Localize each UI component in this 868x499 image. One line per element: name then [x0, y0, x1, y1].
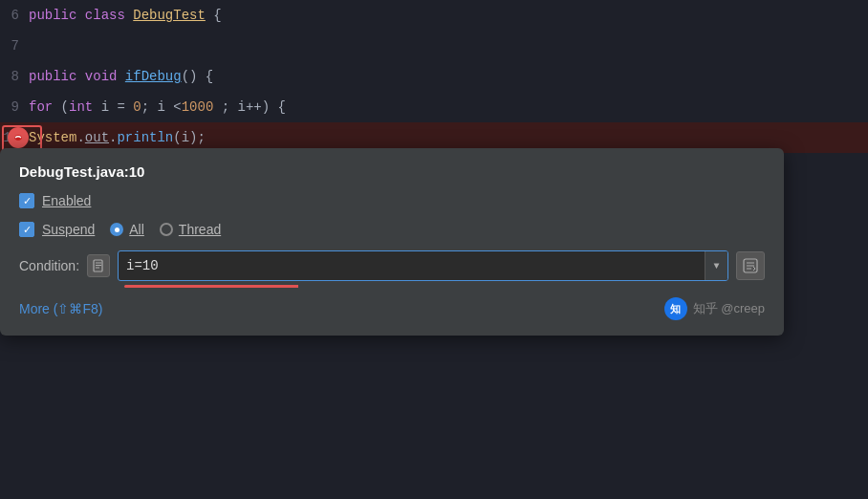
enabled-row: ✓ Enabled [19, 193, 765, 208]
radio-thread-label[interactable]: Thread [160, 222, 221, 237]
condition-row: Condition: ▼ [19, 250, 765, 281]
suspend-checkmark-icon: ✓ [23, 225, 32, 235]
radio-thread-button[interactable] [160, 223, 173, 236]
condition-error-underline [124, 285, 373, 288]
radio-all-text: All [129, 222, 144, 237]
radio-group: All Thread [110, 222, 221, 237]
suspend-label: Suspend [42, 222, 95, 237]
popup-footer: More (⇧⌘F8) 知 知乎 @creep [19, 297, 765, 320]
suspend-checkbox-label[interactable]: ✓ Suspend [19, 222, 95, 237]
watermark-text: 知乎 @creep [693, 300, 765, 317]
enabled-checkbox[interactable]: ✓ [19, 193, 34, 208]
code-line-6: 6 public class DebugTest { [0, 0, 868, 31]
suspend-row: ✓ Suspend All Thread [19, 222, 765, 237]
watermark-logo: 知 [664, 297, 687, 320]
radio-thread-text: Thread [179, 222, 221, 237]
condition-expand-icon [743, 258, 758, 273]
enabled-label: Enabled [42, 193, 91, 208]
breakpoint-symbol-icon [12, 134, 24, 141]
condition-doc-icon [92, 259, 105, 272]
code-line-7: 7 [0, 31, 868, 61]
condition-input-wrapper: ▼ [118, 250, 728, 281]
popup-title: DebugTest.java:10 [19, 163, 765, 180]
breakpoint-icon[interactable] [8, 127, 29, 148]
condition-action-button[interactable] [736, 251, 765, 280]
checkmark-icon: ✓ [23, 196, 32, 206]
code-line-9: 9 for (int i = 0; i <1000 ; i++) { [0, 92, 868, 122]
watermark: 知 知乎 @creep [664, 297, 765, 320]
breakpoint-popup: DebugTest.java:10 ✓ Enabled ✓ Suspend [0, 148, 784, 336]
code-line-8: 8 public void ifDebug() { [0, 61, 868, 92]
enabled-checkbox-label[interactable]: ✓ Enabled [19, 193, 91, 208]
radio-all-button[interactable] [110, 223, 123, 236]
more-link[interactable]: More (⇧⌘F8) [19, 301, 102, 316]
condition-input[interactable] [119, 254, 705, 277]
condition-icon-button[interactable] [87, 254, 110, 277]
condition-label: Condition: [19, 258, 79, 273]
radio-all-label[interactable]: All [110, 222, 144, 237]
suspend-checkbox[interactable]: ✓ [19, 222, 34, 237]
condition-dropdown-button[interactable]: ▼ [705, 251, 727, 280]
